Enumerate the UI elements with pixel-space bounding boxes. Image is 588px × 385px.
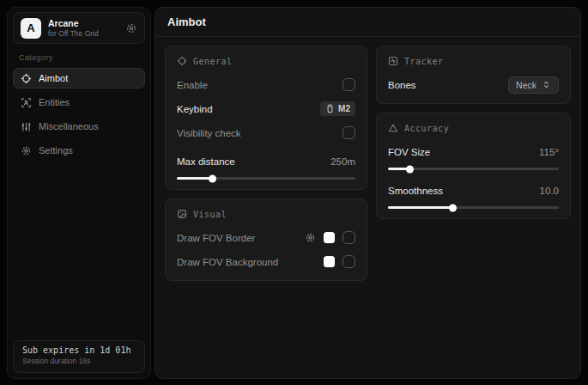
- sidebar-item-entities[interactable]: Entities: [13, 92, 145, 113]
- general-card: General Enable Keybind M2: [165, 46, 367, 190]
- main-panel: Aimbot General Enable Ke: [155, 7, 581, 379]
- bones-label: Bones: [388, 80, 416, 90]
- smoothness-slider[interactable]: [388, 206, 559, 209]
- visibility-check-checkbox[interactable]: [342, 126, 355, 139]
- slider-thumb[interactable]: [209, 174, 216, 182]
- sidebar-item-miscellaneous[interactable]: Miscellaneous: [13, 116, 145, 137]
- sidebar-item-label: Settings: [39, 145, 73, 156]
- accuracy-card: Accuracy FOV Size 115° Smoothness 10.0: [376, 113, 571, 219]
- fov-background-checkbox[interactable]: [342, 255, 355, 268]
- chevrons-up-down-icon: [542, 80, 551, 89]
- triangle-icon: [388, 123, 398, 133]
- max-distance-value: 250m: [330, 156, 355, 167]
- fov-background-label: Draw FOV Background: [177, 257, 278, 267]
- visibility-check-label: Visibility check: [177, 128, 241, 138]
- card-title: Tracker: [404, 57, 444, 66]
- sidebar-item-settings[interactable]: Settings: [13, 140, 145, 161]
- sidebar-item-label: Aimbot: [39, 73, 68, 83]
- page-title: Aimbot: [167, 15, 206, 28]
- sliders-icon: [21, 121, 32, 132]
- max-distance-slider[interactable]: [177, 177, 355, 180]
- sidebar: A Arcane for Off The Grid Category Aimbo…: [7, 7, 151, 379]
- keybind-value: M2: [338, 104, 350, 113]
- sidebar-item-label: Entities: [39, 97, 70, 107]
- session-duration-text: Session duration 16s: [22, 357, 136, 365]
- gear-icon[interactable]: [305, 232, 316, 243]
- crosshair-icon: [21, 73, 32, 84]
- sidebar-item-label: Miscellaneous: [39, 121, 99, 131]
- fov-background-color-swatch[interactable]: [324, 256, 335, 267]
- gear-icon[interactable]: [125, 22, 137, 34]
- fov-border-label: Draw FOV Border: [177, 233, 255, 243]
- category-label: Category: [19, 53, 150, 62]
- card-title: Visual: [193, 210, 227, 219]
- app-logo: A: [21, 18, 41, 39]
- brand-card: A Arcane for Off The Grid: [13, 12, 145, 44]
- tracker-card: Tracker Bones Neck: [376, 46, 571, 104]
- scan-person-icon: [21, 97, 32, 108]
- enable-checkbox[interactable]: [342, 78, 355, 91]
- card-title: General: [193, 57, 233, 66]
- crosshair-icon: [177, 56, 187, 66]
- fov-border-checkbox[interactable]: [342, 231, 355, 244]
- smoothness-value: 10.0: [540, 186, 559, 196]
- enable-label: Enable: [177, 80, 208, 90]
- keybind-label: Keybind: [177, 104, 213, 114]
- subscription-card: Sub expires in 1d 01h Session duration 1…: [13, 340, 145, 373]
- max-distance-label: Max distance: [177, 156, 235, 167]
- slider-thumb[interactable]: [406, 165, 414, 173]
- fov-size-label: FOV Size: [388, 147, 430, 157]
- fov-size-value: 115°: [539, 147, 559, 157]
- app-name: Arcane: [48, 18, 118, 29]
- sidebar-item-aimbot[interactable]: Aimbot: [13, 68, 145, 89]
- fov-size-slider[interactable]: [388, 168, 559, 170]
- slider-thumb[interactable]: [449, 204, 457, 211]
- visual-card: Visual Draw FOV Border: [165, 199, 367, 281]
- image-icon: [177, 209, 187, 219]
- app-subtitle: for Off The Grid: [48, 29, 118, 39]
- activity-icon: [388, 56, 398, 66]
- mouse-icon: [325, 104, 335, 113]
- bones-value: Neck: [516, 80, 536, 90]
- sub-expires-text: Sub expires in 1d 01h: [22, 345, 136, 355]
- keybind-button[interactable]: M2: [320, 101, 355, 116]
- smoothness-label: Smoothness: [388, 186, 443, 196]
- bones-select[interactable]: Neck: [508, 76, 559, 94]
- gear-icon: [21, 145, 32, 156]
- fov-border-color-swatch[interactable]: [324, 232, 335, 243]
- card-title: Accuracy: [404, 124, 449, 133]
